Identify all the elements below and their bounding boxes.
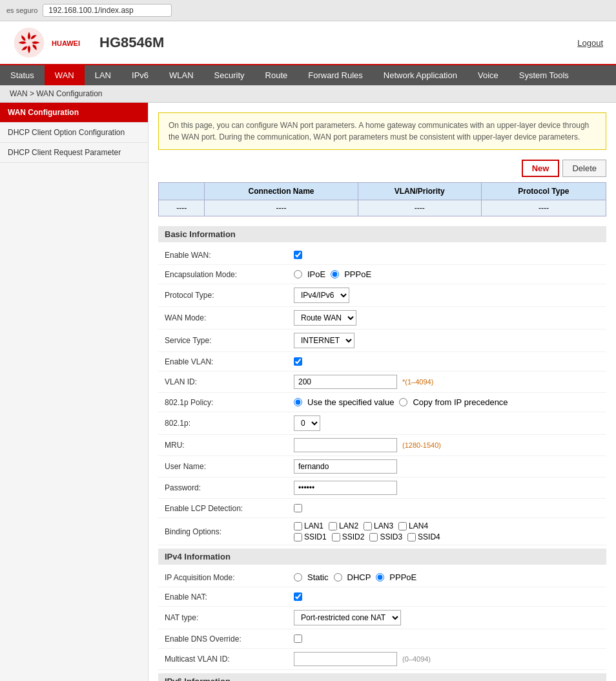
ipv6-info-header: IPv6 Information [158,673,606,681]
vlan-id-input[interactable] [294,375,397,389]
label-protocol-type: Protocol Type: [165,291,294,300]
mru-input[interactable] [294,438,397,452]
ssid1-checkbox[interactable] [294,533,302,541]
lan1-checkbox[interactable] [294,522,302,530]
enable-wan-checkbox[interactable] [294,251,302,259]
enable-vlan-checkbox[interactable] [294,357,302,366]
nav-voice[interactable]: Voice [467,65,509,85]
protocol-type-select[interactable]: IPv4/IPv6 [294,288,349,303]
info-box: On this page, you can configure WAN port… [158,112,606,150]
binding-ssid4[interactable]: SSID4 [407,532,440,541]
nav-route[interactable]: Route [255,65,298,85]
nav-security[interactable]: Security [204,65,255,85]
value-encapsulation: IPoE PPPoE [294,269,600,279]
table-dash-2: ---- [205,200,358,216]
security-text: es seguro [6,6,37,14]
label-enable-dns: Enable DNS Override: [165,634,294,644]
enable-nat-checkbox[interactable] [294,592,302,601]
col-check [159,183,205,200]
nat-type-select[interactable]: Port-restricted cone NAT [294,610,401,625]
action-buttons: New Delete [158,160,606,177]
sidebar-item-dhcp-param[interactable]: DHCP Client Request Parameter [0,143,148,163]
enable-lcp-checkbox[interactable] [294,504,302,512]
service-type-select[interactable]: INTERNET [294,333,354,348]
ipv4-static-radio[interactable] [294,573,302,581]
value-dot1p: 0 [294,415,600,431]
nav-network[interactable]: Network Application [373,65,467,85]
password-input[interactable] [294,481,397,495]
basic-info-header: Basic Information [158,226,606,242]
row-enable-wan: Enable WAN: [158,246,606,265]
dot1p-select[interactable]: 0 [294,415,320,431]
row-enable-vlan: Enable VLAN: [158,352,606,372]
label-ipv4-mode: IP Acquisition Mode: [165,573,294,582]
ipv4-dhcp-label: DHCP [347,572,371,582]
browser-bar: es seguro 192.168.100.1/index.asp [0,0,616,21]
row-nat-type: NAT type: Port-restricted cone NAT [158,607,606,629]
label-dot1p: 802.1p: [165,419,294,428]
row-ipv4-mode: IP Acquisition Mode: Static DHCP PPPoE [158,568,606,587]
label-enable-wan: Enable WAN: [165,251,294,260]
binding-lan4[interactable]: LAN4 [398,521,428,530]
enable-dns-checkbox[interactable] [294,634,302,643]
ipv4-pppoe-label: PPPoE [389,572,416,582]
sidebar-item-wan-config[interactable]: WAN Configuration [0,103,148,123]
policy-copy-radio[interactable] [399,398,407,406]
nav-wlan[interactable]: WLAN [159,65,204,85]
binding-lan2[interactable]: LAN2 [329,521,358,530]
value-vlan-id: *(1–4094) [294,375,600,389]
new-button[interactable]: New [522,160,560,177]
binding-lan1[interactable]: LAN1 [294,521,323,530]
url-bar[interactable]: 192.168.100.1/index.asp [43,4,172,17]
ssid2-checkbox[interactable] [332,533,340,541]
label-nat-type: NAT type: [165,613,294,622]
binding-ssid1[interactable]: SSID1 [294,532,327,541]
nav-lan[interactable]: LAN [85,65,121,85]
table-dash-1: ---- [159,200,205,216]
binding-ssid2[interactable]: SSID2 [332,532,365,541]
label-binding: Binding Options: [165,527,294,536]
nav-ipv6[interactable]: IPv6 [121,65,159,85]
encap-pppoe-radio[interactable] [331,270,339,278]
nav-forward[interactable]: Forward Rules [298,65,373,85]
policy-copy-label: Copy from IP precedence [413,397,508,407]
logout-button[interactable]: Logout [577,38,603,48]
wan-mode-select[interactable]: Route WAN [294,310,356,326]
value-protocol-type: IPv4/IPv6 [294,288,600,303]
nav-status[interactable]: Status [0,65,45,85]
encap-ipoe-radio[interactable] [294,270,302,278]
row-binding: Binding Options: LAN1 LAN2 LAN3 LAN4 SSI… [158,518,606,545]
ipv4-dhcp-radio[interactable] [334,573,342,581]
label-username: User Name: [165,462,294,471]
nav-system[interactable]: System Tools [509,65,579,85]
nav-wan[interactable]: WAN [45,65,85,85]
value-service-type: INTERNET [294,333,600,348]
policy-use-radio[interactable] [294,398,302,406]
row-enable-lcp: Enable LCP Detection: [158,499,606,518]
label-service-type: Service Type: [165,336,294,345]
ipv4-multicast-input[interactable] [294,652,397,666]
sidebar-item-dhcp-option[interactable]: DHCP Client Option Configuration [0,123,148,143]
username-input[interactable] [294,459,397,474]
row-protocol-type: Protocol Type: IPv4/IPv6 [158,284,606,307]
nav-bar: Status WAN LAN IPv6 WLAN Security Route … [0,65,616,85]
row-enable-nat: Enable NAT: [158,587,606,607]
binding-ssid3[interactable]: SSID3 [369,532,402,541]
value-ipv4-mode: Static DHCP PPPoE [294,572,600,582]
binding-lan3[interactable]: LAN3 [364,521,393,530]
label-ipv4-multicast: Multicast VLAN ID: [165,655,294,664]
delete-button[interactable]: Delete [562,160,606,177]
lan2-checkbox[interactable] [329,522,337,530]
value-enable-wan [294,251,600,259]
page-header: HUAWEI HG8546M Logout [0,21,616,65]
lan3-checkbox[interactable] [364,522,372,530]
label-enable-nat: Enable NAT: [165,592,294,602]
value-ipv4-multicast: (0–4094) [294,652,600,666]
lan4-checkbox[interactable] [398,522,407,530]
logo-area: HUAWEI [13,26,80,59]
device-name: HG8546M [99,34,164,51]
ipv4-pppoe-radio[interactable] [376,573,384,581]
ssid4-checkbox[interactable] [407,533,416,541]
label-mru: MRU: [165,441,294,450]
ssid3-checkbox[interactable] [369,533,378,541]
